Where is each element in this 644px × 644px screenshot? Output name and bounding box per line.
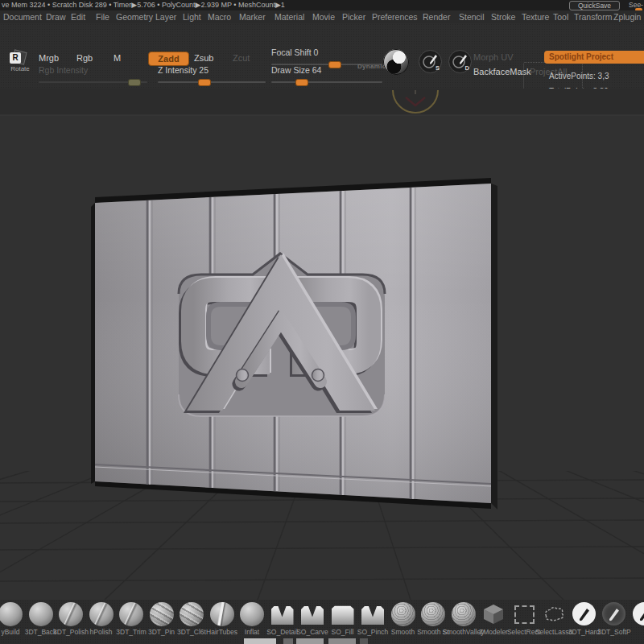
viewport-canvas[interactable] xyxy=(0,89,644,600)
z-intensity-label: Z Intensity 25 xyxy=(158,65,208,75)
menu-bar: DocumentDrawEditFileGeometryLayerLightMa… xyxy=(0,10,644,23)
tray-row2-thumb[interactable] xyxy=(296,638,324,644)
focal-shift-handle[interactable] xyxy=(328,61,341,68)
active-points-stat: ActivePoints: 3,3 xyxy=(549,72,609,80)
tray-row2-thumb[interactable] xyxy=(283,638,293,644)
brush-3DT_SoftP[interactable]: 3DT_SoftP xyxy=(601,601,628,638)
smooth-brush-d-icon[interactable]: D xyxy=(448,50,472,73)
spotlight-projection-button[interactable]: Spotlight Project xyxy=(544,51,644,64)
focal-shift-label: Focal Shift 0 xyxy=(271,47,318,57)
tray-row2-thumb[interactable] xyxy=(244,638,276,644)
menu-item-movie[interactable]: Movie xyxy=(312,11,335,23)
zadd-button[interactable]: Zadd xyxy=(148,52,189,66)
title-bar: ve Mem 3224 • Scratch Disk 289 • Timer▶5… xyxy=(0,0,644,10)
menu-item-stroke[interactable]: Stroke xyxy=(491,11,515,23)
backfacemask-button[interactable]: BackfaceMask xyxy=(473,67,531,76)
current-material-icon[interactable] xyxy=(383,49,409,75)
document-top-margin xyxy=(0,89,644,115)
draw-size-handle[interactable] xyxy=(295,79,308,86)
menu-item-picker[interactable]: Picker xyxy=(342,11,365,23)
zcut-button[interactable]: Zcut xyxy=(233,53,250,63)
draw-size-slider[interactable]: Draw Size 64 xyxy=(271,76,382,88)
rgb-intensity-label: Rgb Intensity xyxy=(39,65,88,75)
menu-item-document[interactable]: Document xyxy=(3,11,42,23)
menu-item-draw[interactable]: Draw xyxy=(46,11,66,23)
smooth-d-letter: D xyxy=(465,64,469,72)
zsub-button[interactable]: Zsub xyxy=(194,53,213,63)
menu-item-zplugin[interactable]: Zplugin xyxy=(613,11,641,23)
rgb-intensity-handle[interactable] xyxy=(128,79,141,86)
model-right-face xyxy=(491,184,497,510)
morph-uv-button[interactable]: Morph UV xyxy=(473,52,514,62)
smooth-brush-s-icon[interactable]: S xyxy=(419,50,442,73)
dynamic-label: Dynamic xyxy=(357,63,386,70)
menu-item-geometry[interactable]: Geometry xyxy=(116,11,153,23)
smooth-s-letter: S xyxy=(436,64,440,72)
menu-item-marker[interactable]: Marker xyxy=(239,11,266,23)
menu-item-file[interactable]: File xyxy=(96,11,109,23)
draw-size-label: Draw Size 64 xyxy=(271,65,321,75)
mrgb-button[interactable]: Mrgb xyxy=(39,53,59,63)
rotate-gyro-button[interactable]: R Rotate xyxy=(6,50,34,72)
m-button[interactable]: M xyxy=(114,53,121,63)
menu-item-preferences[interactable]: Preferences xyxy=(372,11,418,23)
menu-item-macro[interactable]: Macro xyxy=(208,11,231,23)
menu-item-texture[interactable]: Texture xyxy=(522,11,549,23)
z-intensity-slider[interactable]: Z Intensity 25 xyxy=(158,76,266,88)
menu-item-edit[interactable]: Edit xyxy=(71,11,85,23)
model-left-edge xyxy=(91,203,95,484)
z-intensity-handle[interactable] xyxy=(198,79,211,86)
brush-tray: yBuild3DT_Back3DT_PolishhPolish3DT_Trim3… xyxy=(0,600,644,644)
rgb-button[interactable]: Rgb xyxy=(76,53,93,63)
brush-partial[interactable] xyxy=(631,601,644,638)
quicksave-button[interactable]: QuickSave xyxy=(569,1,620,10)
menu-item-render[interactable]: Render xyxy=(423,11,450,23)
rotate-icon-letter: R xyxy=(10,52,21,64)
rgb-intensity-slider[interactable]: Rgb Intensity xyxy=(39,76,147,88)
menu-item-tool[interactable]: Tool xyxy=(553,11,568,23)
tray-row2-thumb[interactable] xyxy=(328,638,356,644)
menu-item-transform[interactable]: Transform xyxy=(574,11,612,23)
model-plaque xyxy=(91,178,497,510)
menu-item-stencil[interactable]: Stencil xyxy=(459,11,485,23)
menu-item-light[interactable]: Light xyxy=(183,11,201,23)
menu-item-layer[interactable]: Layer xyxy=(155,11,176,23)
emblem-logo xyxy=(179,253,385,416)
menu-item-material[interactable]: Material xyxy=(275,11,304,23)
tray-row2-thumb[interactable] xyxy=(360,638,368,644)
rotate-label: Rotate xyxy=(5,65,35,72)
memory-stats: ve Mem 3224 • Scratch Disk 289 • Timer▶5… xyxy=(2,0,285,10)
top-toolbar: R Rotate Mrgb Rgb M Zadd Zsub Zcut Focal… xyxy=(0,23,644,91)
